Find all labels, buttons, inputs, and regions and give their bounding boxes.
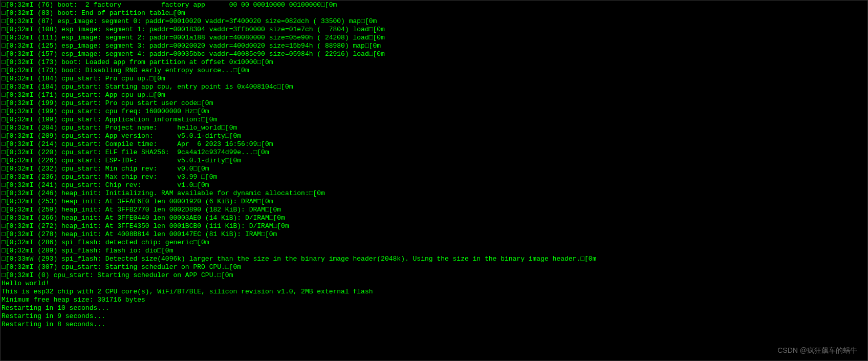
terminal-line: □[0;32mI (108) esp_image: segment 1: pad… bbox=[2, 26, 866, 34]
terminal-line: □[0;32mI (226) cpu_start: ESP-IDF: v5.0.… bbox=[2, 157, 866, 165]
terminal-line: □[0;32mI (278) heap_init: At 4008B814 le… bbox=[2, 230, 866, 239]
terminal-line: □[0;33mW (293) spi_flash: Detected size(… bbox=[2, 255, 866, 263]
terminal-line: Minimum free heap size: 301716 bytes bbox=[2, 296, 866, 304]
terminal-line: □[0;32mI (83) boot: End of partition tab… bbox=[2, 9, 866, 17]
terminal-line: □[0;32mI (76) boot: 2 factory factory ap… bbox=[2, 1, 866, 9]
terminal-line: □[0;32mI (199) cpu_start: Pro cpu start … bbox=[2, 99, 866, 108]
terminal-line: □[0;32mI (125) esp_image: segment 3: pad… bbox=[2, 42, 866, 50]
terminal-line: □[0;32mI (289) spi_flash: flash io: dio□… bbox=[2, 247, 866, 255]
terminal-line: □[0;32mI (209) cpu_start: App version: v… bbox=[2, 132, 866, 140]
terminal-line: This is esp32 chip with 2 CPU core(s), W… bbox=[2, 288, 866, 296]
terminal-line: □[0;32mI (241) cpu_start: Chip rev: v1.0… bbox=[2, 181, 866, 189]
terminal-line: □[0;32mI (307) cpu_start: Starting sched… bbox=[2, 263, 866, 271]
terminal-line: Restarting in 9 seconds... bbox=[2, 312, 866, 321]
terminal-line: □[0;32mI (204) cpu_start: Project name: … bbox=[2, 124, 866, 132]
terminal-line: □[0;32mI (0) cpu_start: Starting schedul… bbox=[2, 271, 866, 280]
terminal-line: □[0;32mI (87) esp_image: segment 0: padd… bbox=[2, 17, 866, 26]
terminal-line: □[0;32mI (266) heap_init: At 3FFE0440 le… bbox=[2, 214, 866, 222]
terminal-line: □[0;32mI (184) cpu_start: Starting app c… bbox=[2, 83, 866, 91]
terminal-line: □[0;32mI (214) cpu_start: Compile time: … bbox=[2, 140, 866, 148]
watermark-text: CSDN @疯狂飙车的蜗牛 bbox=[777, 346, 857, 354]
terminal-line: □[0;32mI (259) heap_init: At 3FFB2770 le… bbox=[2, 206, 866, 214]
terminal-line: □[0;32mI (111) esp_image: segment 2: pad… bbox=[2, 34, 866, 42]
terminal-line: □[0;32mI (220) cpu_start: ELF file SHA25… bbox=[2, 148, 866, 157]
terminal-line: □[0;32mI (184) cpu_start: Pro cpu up.□[0… bbox=[2, 75, 866, 83]
terminal-line: □[0;32mI (199) cpu_start: Application in… bbox=[2, 116, 866, 124]
terminal-line: □[0;32mI (171) cpu_start: App cpu up.□[0… bbox=[2, 91, 866, 99]
terminal-line: Hello world! bbox=[2, 280, 866, 288]
terminal-line: □[0;32mI (157) esp_image: segment 4: pad… bbox=[2, 50, 866, 58]
terminal-line: □[0;32mI (173) boot: Loaded app from par… bbox=[2, 58, 866, 67]
terminal-line: □[0;32mI (246) heap_init: Initializing. … bbox=[2, 189, 866, 198]
terminal-line: □[0;32mI (253) heap_init: At 3FFAE6E0 le… bbox=[2, 198, 866, 206]
terminal-line: □[0;32mI (272) heap_init: At 3FFE4350 le… bbox=[2, 222, 866, 230]
terminal-line: Restarting in 10 seconds... bbox=[2, 304, 866, 312]
terminal-output[interactable]: □[0;32mI (76) boot: 2 factory factory ap… bbox=[2, 1, 866, 360]
terminal-line: □[0;32mI (199) cpu_start: cpu freq: 1600… bbox=[2, 108, 866, 116]
terminal-line: □[0;32mI (232) cpu_start: Min chip rev: … bbox=[2, 165, 866, 173]
terminal-line: □[0;32mI (236) cpu_start: Max chip rev: … bbox=[2, 173, 866, 181]
terminal-line: Restarting in 8 seconds... bbox=[2, 321, 866, 329]
terminal-line: □[0;32mI (286) spi_flash: detected chip:… bbox=[2, 239, 866, 247]
terminal-line: □[0;32mI (173) boot: Disabling RNG early… bbox=[2, 67, 866, 75]
